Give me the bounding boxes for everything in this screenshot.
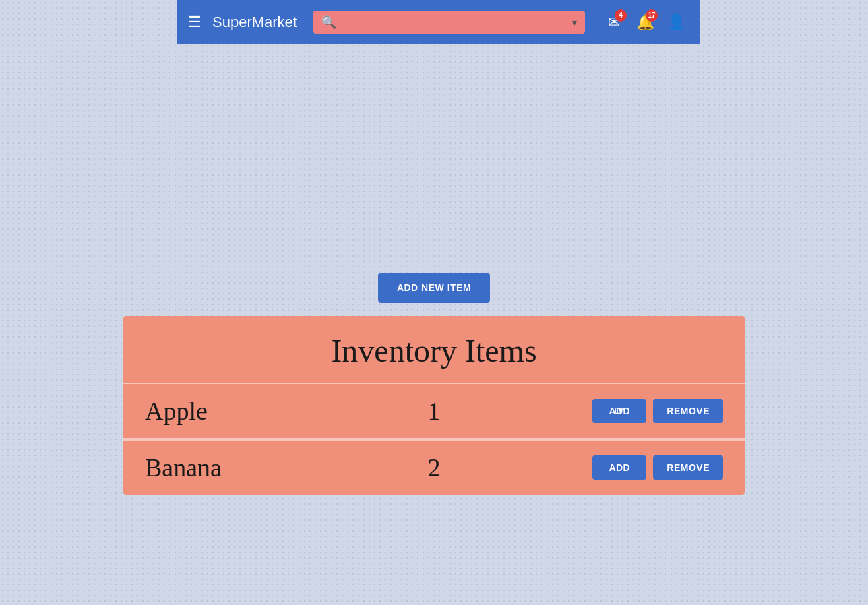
add-new-item-button[interactable]: ADD NEW ITEM	[378, 273, 490, 302]
item-quantity: 1	[338, 396, 530, 426]
remove-item-button[interactable]: REMOVE	[653, 399, 723, 423]
item-name: Apple	[145, 396, 338, 426]
table-row: Apple 1 ADD ☞ REMOVE	[123, 383, 745, 438]
account-button[interactable]: 👤	[663, 9, 689, 35]
navbar-icons: ✉ 4 🔔 17 👤	[601, 9, 689, 35]
item-quantity: 2	[338, 453, 530, 482]
bell-badge: 17	[646, 9, 658, 22]
chevron-down-icon[interactable]: ▾	[572, 17, 577, 28]
table-row: Banana 2 ADD REMOVE	[123, 439, 745, 495]
item-actions: ADD ☞ REMOVE	[530, 399, 723, 423]
search-input[interactable]	[342, 16, 567, 28]
add-item-button[interactable]: ADD	[592, 455, 646, 480]
search-bar[interactable]: 🔍 ▾	[313, 11, 585, 34]
account-icon: 👤	[667, 13, 685, 31]
item-actions: ADD REMOVE	[530, 455, 723, 480]
add-item-button[interactable]: ADD ☞	[592, 399, 646, 423]
main-content: ADD NEW ITEM Inventory Items Apple 1 ADD…	[0, 44, 868, 605]
mail-badge: 4	[615, 9, 627, 22]
mail-button[interactable]: ✉ 4	[601, 9, 627, 35]
notifications-button[interactable]: 🔔 17	[632, 9, 658, 35]
search-icon: 🔍	[321, 15, 336, 30]
menu-icon[interactable]: ☰	[188, 13, 202, 31]
app-title: SuperMarket	[212, 13, 297, 31]
item-name: Banana	[145, 453, 338, 482]
navbar: ☰ SuperMarket 🔍 ▾ ✉ 4 🔔 17 👤	[177, 0, 700, 44]
inventory-title: Inventory Items	[123, 316, 745, 383]
inventory-panel: Inventory Items Apple 1 ADD ☞ REMOVE Ban…	[123, 316, 745, 495]
remove-item-button[interactable]: REMOVE	[653, 455, 723, 480]
